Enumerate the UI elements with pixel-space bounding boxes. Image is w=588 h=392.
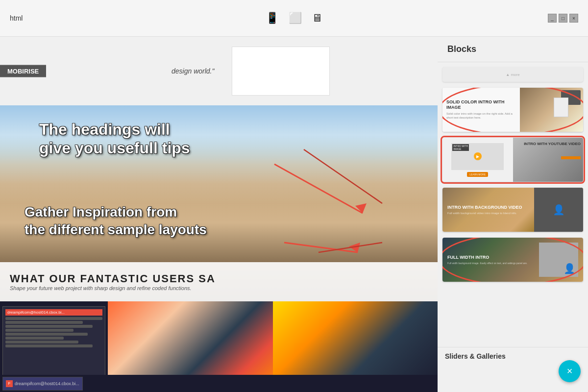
chat-row-3 (5, 325, 93, 328)
taskbar-item-chat[interactable]: F dreampifcom@host014.cbox.bi... (2, 377, 83, 391)
block2-mini-label: INTRO WITHIMAGE (452, 144, 469, 151)
chat-row-5 (5, 333, 88, 336)
svg-marker-1 (355, 203, 367, 213)
preview-logo: MOBIRISE (0, 65, 46, 77)
preview-panel: MOBIRISE design world." The headings wil… (0, 37, 438, 392)
desktop-view-icon[interactable]: 🖥 (312, 12, 322, 24)
chat-row-7 (5, 341, 78, 343)
block4-right-image: 👤 (539, 243, 578, 277)
section-sliders-galleries-label: Sliders & Galleries (438, 347, 588, 363)
block-item-solid-color-intro[interactable]: SOLID COLOR INTRO WITH IMAGE Solid color… (442, 88, 583, 132)
block1-right-image (520, 88, 583, 132)
block-item-top-partial[interactable]: ▲ more (442, 67, 583, 82)
block-item-bg-video-intro[interactable]: INTRO WITH BACKGROUND VIDEO Full width b… (442, 188, 583, 232)
chat-row-8 (5, 344, 93, 347)
taskbar-item-label: dreampifcom@host014.cbox.bi... (15, 381, 79, 386)
block1-title: SOLID COLOR INTRO WITH IMAGE (446, 99, 516, 110)
block2-title-overlay: INTRO WITH YOUTUBE VIDEO (524, 142, 581, 147)
block3-right-image: 👤 (534, 188, 583, 232)
block2-right-image: INTRO WITH YOUTUBE VIDEO (513, 138, 584, 182)
mobile-view-icon[interactable]: 📱 (266, 12, 279, 24)
block-item-full-width-intro[interactable]: FULL WIDTH INTRO Full width background i… (442, 238, 583, 282)
main-layout: MOBIRISE design world." The headings wil… (0, 37, 588, 392)
chat-row-6 (5, 337, 64, 340)
block-item-solid-color-intro-preview: SOLID COLOR INTRO WITH IMAGE Solid color… (442, 88, 583, 132)
annotation-text-1: The headings willgive you usefull tips (39, 120, 190, 158)
block2-left: INTRO WITHIMAGE ▶ LEARN MORE (442, 138, 513, 182)
block1-notepad-icon (554, 98, 568, 117)
tablet-view-icon[interactable]: ⬜ (289, 12, 302, 24)
preview-quote: design world." (172, 67, 214, 75)
blocks-list: ▲ more SOLID COLOR INTRO WITH IMAGE Soli… (438, 62, 588, 347)
taskbar-icon: F (6, 380, 13, 387)
blocks-header: Blocks (438, 37, 588, 62)
preview-top-bar: MOBIRISE design world." (0, 37, 438, 105)
block3-container: INTRO WITH BACKGROUND VIDEO Full width b… (442, 188, 583, 232)
preview-hero: The headings willgive you usefull tips G… (0, 105, 438, 301)
block-item-youtube-preview: INTRO WITHIMAGE ▶ LEARN MORE INTRO WITH … (442, 138, 583, 182)
svg-marker-3 (349, 243, 360, 252)
close-button[interactable]: × (569, 14, 578, 23)
title-bar: html 📱 ⬜ 🖥 _ □ × (0, 0, 588, 37)
block3-bg: INTRO WITH BACKGROUND VIDEO Full width b… (442, 188, 583, 232)
testimonials-section: WHAT OUR FANTASTIC USERS SA Shape your f… (0, 262, 438, 301)
chat-row-4 (5, 329, 74, 332)
chat-row-2 (5, 321, 83, 324)
block4-bg: FULL WIDTH INTRO Full width background i… (442, 238, 583, 282)
block3-title: INTRO WITH BACKGROUND VIDEO (442, 205, 534, 211)
chat-row-1 (5, 317, 102, 320)
block1-desc: Solid color intro with image on the righ… (446, 112, 516, 120)
window-title: html (10, 14, 23, 22)
minimize-button[interactable]: _ (548, 14, 557, 23)
block3-desc: Full width background video intro image … (442, 212, 534, 215)
chat-header: dreampifcom@host014.cbox.bi... (5, 309, 102, 316)
block4-text: FULL WIDTH INTRO Full width background i… (447, 255, 527, 265)
taskbar: F dreampifcom@host014.cbox.bi... (0, 375, 438, 392)
view-mode-switcher: 📱 ⬜ 🖥 (266, 12, 322, 24)
fab-close-button[interactable]: × (559, 360, 581, 382)
testimonials-heading: WHAT OUR FANTASTIC USERS SA (10, 272, 216, 285)
maximize-button[interactable]: □ (559, 14, 567, 23)
annotation-text-2: Gather Inspiration fromthe different sam… (24, 203, 207, 239)
block-item-youtube-intro[interactable]: INTRO WITHIMAGE ▶ LEARN MORE INTRO WITH … (442, 138, 583, 182)
block2-mini-video: INTRO WITHIMAGE ▶ (451, 143, 504, 170)
partial-block-label: ▲ more (506, 73, 519, 77)
block4-desc: Full width background image. Easily effe… (447, 262, 527, 265)
block2-play-icon: ▶ (474, 152, 482, 160)
block4-container: FULL WIDTH INTRO Full width background i… (442, 238, 583, 282)
preview-white-box (232, 47, 330, 96)
block4-person-silhouette: 👤 (564, 263, 576, 274)
svg-line-2 (284, 243, 358, 252)
window-controls: _ □ × (548, 14, 578, 23)
svg-line-5 (318, 243, 382, 252)
block2-cta-button: LEARN MORE (467, 172, 488, 177)
block3-person-silhouette: 👤 (553, 204, 565, 216)
chat-window-inner: dreampifcom@host014.cbox.bi... (2, 306, 105, 385)
block2-orange-bar (561, 156, 581, 159)
block4-title: FULL WIDTH INTRO (447, 255, 527, 261)
fab-container: × (438, 363, 588, 392)
blocks-panel: Blocks ▲ more SOLID COLOR INTRO WITH IMA… (438, 37, 588, 392)
testimonials-sub: Shape your future web project with sharp… (10, 285, 192, 291)
block1-left: SOLID COLOR INTRO WITH IMAGE Solid color… (442, 88, 520, 132)
